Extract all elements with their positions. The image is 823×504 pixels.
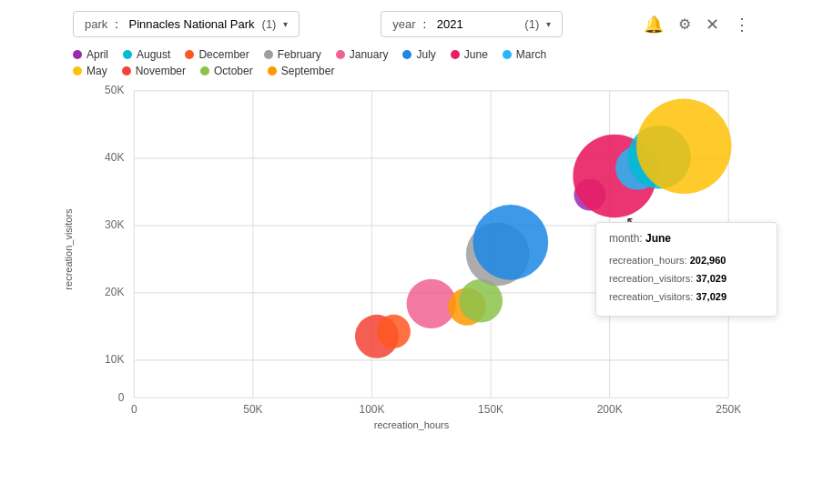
legend-label-september: September xyxy=(281,65,335,77)
year-filter-count: (1) xyxy=(524,17,539,31)
legend-label-october: October xyxy=(214,65,253,77)
legend-dot-july xyxy=(402,50,412,59)
svg-text:10K: 10K xyxy=(105,353,124,366)
legend-item-september: September xyxy=(268,65,335,77)
legend-dot-february xyxy=(264,50,273,59)
svg-text:40K: 40K xyxy=(105,151,124,164)
svg-text:0: 0 xyxy=(131,403,137,416)
legend-item-june: June xyxy=(451,48,488,61)
bubble-december[interactable] xyxy=(377,315,411,348)
year-filter[interactable]: year: 2021 (1) ▾ xyxy=(381,11,563,37)
svg-text:30K: 30K xyxy=(105,218,124,231)
legend-item-may: May xyxy=(73,65,107,77)
legend-dot-november xyxy=(122,66,131,76)
legend-dot-september xyxy=(268,66,277,76)
legend-item-october: October xyxy=(200,65,253,77)
legend-dot-january xyxy=(336,50,345,59)
bubble-july[interactable] xyxy=(472,205,548,280)
legend-label-february: February xyxy=(278,48,321,61)
legend-item-february: February xyxy=(264,48,321,61)
legend-label-march: March xyxy=(516,48,546,61)
svg-text:150K: 150K xyxy=(478,403,503,416)
legend-label-april: April xyxy=(86,48,108,61)
more-icon[interactable]: ⋮ xyxy=(734,15,750,35)
x-axis-label: recreation_hours xyxy=(73,419,750,430)
svg-text:20K: 20K xyxy=(105,286,124,298)
legend-label-july: July xyxy=(416,48,435,61)
year-filter-key: year xyxy=(392,17,415,31)
legend-dot-august xyxy=(123,50,132,59)
chart-svg: 50K 40K 30K 20K 10K 0 0 50K 100K 150K 20… xyxy=(73,81,750,418)
park-filter-chevron: ▾ xyxy=(283,19,288,29)
legend-dot-june xyxy=(451,50,460,59)
alert-icon[interactable]: 🔔 xyxy=(644,15,664,35)
legend-label-january: January xyxy=(350,48,389,61)
legend-label-november: November xyxy=(136,65,186,77)
legend-dot-april xyxy=(73,50,82,59)
legend-item-december: December xyxy=(185,48,249,61)
svg-text:50K: 50K xyxy=(105,84,124,96)
svg-text:100K: 100K xyxy=(359,403,384,416)
bubble-may[interactable] xyxy=(636,99,731,194)
legend-label-june: June xyxy=(464,48,488,61)
year-filter-value: 2021 xyxy=(437,17,463,31)
park-filter-key: park xyxy=(85,17,107,31)
chart-legend: AprilAugustDecemberFebruaryJanuaryJulyJu… xyxy=(0,48,823,77)
legend-item-august: August xyxy=(123,48,170,61)
legend-dot-december xyxy=(185,50,194,59)
svg-text:250K: 250K xyxy=(716,403,741,416)
park-filter-value: Pinnacles National Park xyxy=(129,17,255,31)
legend-dot-march xyxy=(503,50,512,59)
year-filter-chevron: ▾ xyxy=(546,19,551,29)
svg-text:50K: 50K xyxy=(243,403,262,416)
svg-text:↖: ↖ xyxy=(625,213,638,231)
legend-label-may: May xyxy=(86,65,107,77)
legend-item-january: January xyxy=(336,48,389,61)
legend-item-july: July xyxy=(402,48,435,61)
park-filter-count: (1) xyxy=(262,17,277,31)
chart-container: recreation_visitors 50K 40K 30K 20K 10K … xyxy=(73,81,750,418)
filter-icon[interactable]: ⚙ xyxy=(678,15,691,33)
legend-item-april: April xyxy=(73,48,108,61)
svg-text:200K: 200K xyxy=(597,403,623,416)
toolbar-icons: 🔔 ⚙ ✕ ⋮ xyxy=(644,15,750,35)
svg-text:0: 0 xyxy=(118,391,125,404)
park-filter[interactable]: park: Pinnacles National Park (1) ▾ xyxy=(73,11,300,37)
y-axis-label: recreation_visitors xyxy=(63,208,74,289)
legend-label-december: December xyxy=(198,48,249,61)
legend-item-november: November xyxy=(122,65,186,77)
legend-dot-october xyxy=(200,66,209,76)
legend-item-march: March xyxy=(503,48,546,61)
legend-dot-may xyxy=(73,66,82,76)
legend-label-august: August xyxy=(137,48,170,61)
top-bar: park: Pinnacles National Park (1) ▾ year… xyxy=(0,0,823,48)
settings-icon[interactable]: ✕ xyxy=(706,15,719,35)
